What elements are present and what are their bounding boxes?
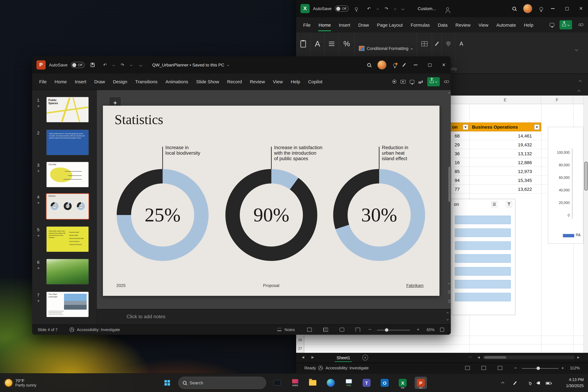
comments-icon[interactable] <box>410 80 414 84</box>
excel-tab-help[interactable]: Help <box>520 17 538 32</box>
share-button[interactable] <box>427 77 440 86</box>
ppt-tab-file[interactable]: File <box>35 74 50 90</box>
ppt-tab-help[interactable]: Help <box>287 74 304 90</box>
wifi-icon[interactable] <box>526 381 532 385</box>
ppt-tab-design[interactable]: Design <box>109 74 131 90</box>
undo-icon[interactable]: ↶ <box>364 4 374 13</box>
weather-widget[interactable]: 70°F Partly sunny <box>5 374 36 392</box>
donut-label-2[interactable]: Increase in satisfaction with the introd… <box>274 145 322 162</box>
slicer-item-2[interactable] <box>455 228 511 237</box>
notes-toggle-label[interactable]: Notes <box>284 328 295 332</box>
minimize-button[interactable] <box>408 56 423 74</box>
donut-chart-30[interactable]: 30% <box>333 169 425 261</box>
notes-scroll-up-icon[interactable] <box>446 312 449 314</box>
powerpoint-titlebar[interactable]: P AutoSave Off ↶ ↷ QW_UrbanPlanner • Sav… <box>32 56 451 74</box>
slide-thumbnail-3[interactable]: City Map <box>46 162 88 187</box>
search-icon[interactable] <box>364 60 374 70</box>
slide-thumbnail-2[interactable]: Public provide places for community gath… <box>46 130 88 155</box>
document-title-group[interactable]: QW_UrbanPlanner • Saved to this PC <box>152 56 229 74</box>
ppt-tab-home[interactable]: Home <box>50 74 71 90</box>
title-dropdown-icon[interactable] <box>227 64 229 66</box>
slide-thumbnail-1[interactable]: Public Spaces <box>46 97 88 122</box>
customize-toolbar-icon[interactable] <box>139 64 142 66</box>
hidden-icons-chevron-icon[interactable] <box>501 382 504 385</box>
normal-view-icon[interactable] <box>307 328 312 332</box>
share-button[interactable] <box>560 20 572 30</box>
previous-slide-button[interactable] <box>448 291 451 294</box>
slicer-item-3[interactable] <box>455 241 511 250</box>
collapse-ribbon-icon[interactable] <box>579 80 582 83</box>
record-icon[interactable] <box>392 80 396 84</box>
close-button[interactable]: × <box>574 0 588 17</box>
powerpoint-taskbar-icon[interactable]: P <box>415 377 427 389</box>
scrollbar-thumb[interactable] <box>448 166 451 202</box>
outlook-app-icon[interactable]: O <box>378 377 391 389</box>
slideshow-view-icon[interactable] <box>356 328 360 332</box>
lightbulb-icon[interactable] <box>390 60 399 70</box>
slide-thumbnail-4-selected[interactable]: Statistics 25% 90% 30% <box>46 194 88 219</box>
cell-col-e[interactable]: 19,432 <box>470 140 532 149</box>
slide-thumbnail-6[interactable] <box>46 259 88 284</box>
present-icon[interactable] <box>400 80 406 84</box>
quick-access-pin-icon[interactable] <box>352 4 361 13</box>
ppt-tab-animations[interactable]: Animations <box>162 74 192 90</box>
scroll-up-icon[interactable] <box>448 92 450 94</box>
excel-titlebar[interactable]: X AutoSave Off ↶ ↷ Custom... × <box>296 0 588 17</box>
ppt-tab-draw[interactable]: Draw <box>90 74 109 90</box>
excel-tab-home[interactable]: Home <box>314 17 335 32</box>
ribbon-more-chevron-icon[interactable] <box>575 48 578 51</box>
volume-icon[interactable] <box>538 382 540 384</box>
store-app-icon[interactable]: PRE <box>343 377 355 389</box>
row-header-27[interactable]: 27 <box>296 344 304 353</box>
notes-toggle-icon[interactable] <box>277 328 282 331</box>
excel-taskbar-icon[interactable]: X <box>396 377 409 389</box>
cell-col-e[interactable]: 12,973 <box>470 167 532 176</box>
next-sheet-icon[interactable]: ▶ <box>312 355 314 359</box>
autosave-toggle[interactable]: Off <box>71 62 84 68</box>
scroll-down-icon[interactable] <box>448 282 450 284</box>
minimize-button[interactable] <box>546 0 560 17</box>
account-avatar[interactable] <box>377 60 386 70</box>
hscroll-right-icon[interactable]: ▶ <box>577 356 580 359</box>
notes-placeholder[interactable]: Click to add notes <box>126 314 166 320</box>
excel-tab-file[interactable]: File <box>299 17 314 32</box>
account-avatar[interactable] <box>523 4 532 13</box>
ppt-tab-insert[interactable]: Insert <box>71 74 90 90</box>
slide-thumbnail-5[interactable]: Urban public spaces have enhanced the qu… <box>46 227 88 252</box>
accessibility-status[interactable]: Accessibility: Investigate <box>326 366 369 370</box>
redo-icon[interactable]: ↷ <box>118 60 127 70</box>
zoom-slider[interactable] <box>377 330 410 330</box>
teams-app-icon[interactable]: T <box>360 377 373 389</box>
scroll-up-icon[interactable] <box>578 90 580 93</box>
undo-dropdown-icon[interactable] <box>112 64 115 66</box>
cell-col-e[interactable]: 13,132 <box>470 149 532 158</box>
zoom-in-icon[interactable]: + <box>561 365 564 370</box>
ppt-tab-slide-show[interactable]: Slide Show <box>192 74 223 90</box>
slicer-item-1[interactable] <box>455 216 511 224</box>
slicer-item-5[interactable] <box>455 267 511 276</box>
cell-col-e[interactable]: 13,622 <box>470 185 532 194</box>
excel-tab-review[interactable]: Review <box>452 17 474 32</box>
embedded-chart[interactable]: 100,00080,00060,00040,00020,0000 R& <box>548 127 584 244</box>
ppt-tab-review[interactable]: Review <box>246 74 269 90</box>
clock-widget[interactable]: 4:13 PM 1/30/2025 <box>566 377 584 389</box>
m365-app-icon[interactable]: M365 <box>289 377 301 389</box>
ppt-tab-copilot[interactable]: Copilot <box>304 74 326 90</box>
page-layout-view-icon[interactable] <box>482 366 486 370</box>
fit-to-window-icon[interactable] <box>440 328 444 332</box>
excel-document-title[interactable]: Custom... <box>418 6 436 11</box>
row-header-26[interactable]: 26 <box>296 336 304 344</box>
slide-title[interactable]: Statistics <box>114 112 163 128</box>
excel-tab-data[interactable]: Data <box>434 17 452 32</box>
file-explorer-icon[interactable] <box>306 377 319 389</box>
slicer-item-4[interactable] <box>455 254 511 263</box>
ppt-tab-transitions[interactable]: Transitions <box>131 74 162 90</box>
zoom-slider-knob[interactable] <box>536 366 540 370</box>
zoom-out-icon[interactable]: − <box>514 365 517 371</box>
copilot-people-icon[interactable] <box>575 20 584 30</box>
page-break-view-icon[interactable] <box>498 366 502 370</box>
excel-tab-formulas[interactable]: Formulas <box>407 17 434 32</box>
task-view-icon[interactable] <box>271 377 283 389</box>
column-header-f[interactable]: F <box>541 96 573 104</box>
slicer-item-6[interactable] <box>455 280 511 288</box>
